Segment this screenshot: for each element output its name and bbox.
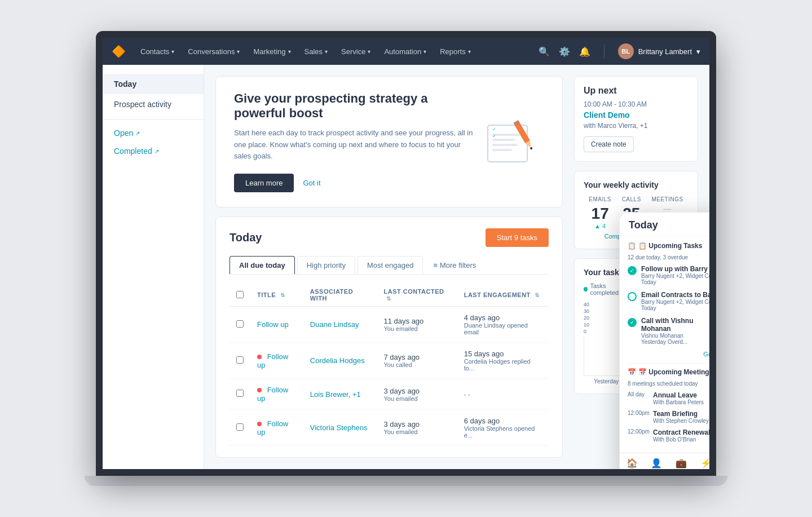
svg-rect-4 xyxy=(492,149,512,151)
title-sort-icon[interactable]: ⇅ xyxy=(280,292,285,298)
mobile-task-when-1: Today xyxy=(641,279,716,285)
mobile-nav-today[interactable]: 🏠 Today xyxy=(620,453,645,476)
nav-service[interactable]: Service xyxy=(336,44,376,59)
user-name: Brittany Lambert xyxy=(638,47,692,56)
search-icon[interactable]: 🔍 xyxy=(539,46,550,57)
contacts-icon: 👤 xyxy=(651,458,662,469)
mobile-task-name-2: Email Contracts to Barry xyxy=(641,291,716,299)
last-engagement-2: 15 days ago xyxy=(464,350,542,358)
tab-high-priority[interactable]: High priority xyxy=(297,256,355,274)
tab-all-due-today[interactable]: All due today xyxy=(230,256,295,274)
mobile-tasks-header: 📋 📋 Upcoming Tasks xyxy=(628,242,716,250)
mobile-app-overlay: Today + 🔍 📋 📋 Upcoming Tasks 12 due toda… xyxy=(619,212,716,476)
svg-rect-1 xyxy=(492,134,520,136)
contact-2[interactable]: Cordelia Hodges xyxy=(310,356,365,365)
priority-dot-4 xyxy=(257,422,262,426)
home-icon: 🏠 xyxy=(626,458,638,469)
nav-marketing[interactable]: Marketing xyxy=(248,44,296,59)
external-link-icon-2: ↗ xyxy=(155,148,159,154)
table-row: Follow up Cordelia Hodges 7 days ago You… xyxy=(230,343,549,379)
task-title-4[interactable]: Follow up xyxy=(257,419,288,436)
nav-automation[interactable]: Automation xyxy=(378,44,432,59)
nav-sales[interactable]: Sales xyxy=(299,44,334,59)
mobile-task-sub-2: Barry Nugent +2, Widget Co. xyxy=(641,299,716,305)
last-engagement-1: 4 days ago xyxy=(464,313,542,322)
task-check-2[interactable] xyxy=(628,292,637,301)
create-note-button[interactable]: Create note xyxy=(584,136,634,152)
user-menu[interactable]: BL Brittany Lambert ▾ xyxy=(618,43,700,59)
sidebar-link-open[interactable]: Open ↗ xyxy=(103,124,204,142)
tab-most-engaged[interactable]: Most engaged xyxy=(358,256,423,274)
table-row: Follow up Duane Lindsay 11 days ago You … xyxy=(230,307,549,343)
external-link-icon: ↗ xyxy=(135,130,140,136)
contact-4[interactable]: Victoria Stephens xyxy=(310,423,368,432)
upnext-card: Up next 10:00 AM - 10:30 AM Client Demo … xyxy=(574,76,698,162)
contact-3[interactable]: Lois Brewer, +1 xyxy=(310,390,361,399)
settings-icon[interactable]: ⚙️ xyxy=(559,46,570,57)
start-tasks-button[interactable]: Start 9 tasks xyxy=(486,228,549,247)
row-2-checkbox[interactable] xyxy=(236,356,244,364)
mobile-task-sub-3: Vishnu Mohanan xyxy=(641,333,716,339)
row-4-checkbox[interactable] xyxy=(236,423,244,431)
nav-conversations[interactable]: Conversations xyxy=(182,44,245,59)
mobile-nav-deals[interactable]: 💼 Deals xyxy=(669,453,694,476)
table-row: Follow up Lois Brewer, +1 3 days ago You… xyxy=(230,379,549,410)
task-check-1[interactable]: ✓ xyxy=(628,266,637,275)
col-last-engagement: LAST ENGAGEMENT ⇅ xyxy=(457,284,549,307)
task-title-1[interactable]: Follow up xyxy=(257,320,289,329)
upnext-title: Up next xyxy=(584,86,689,96)
task-check-3[interactable]: ✓ xyxy=(628,318,637,327)
mobile-meetings-header: 📅 📅 Upcoming Meetings xyxy=(628,368,716,376)
contact-1[interactable]: Duane Lindsay xyxy=(310,320,359,329)
mobile-task-item: ✓ Call with Vishnu Mohanan Vishnu Mohana… xyxy=(628,317,716,345)
avatar: BL xyxy=(618,43,634,59)
mobile-task-name-1: Follow up with Barry xyxy=(641,265,716,273)
learn-more-button[interactable]: Learn more xyxy=(234,174,294,192)
last-contacted-1: 11 days ago xyxy=(384,317,451,325)
meeting-time-3: 12:00pm xyxy=(628,428,653,435)
nav-contacts[interactable]: Contacts xyxy=(135,44,180,59)
task-title-2[interactable]: Follow up xyxy=(257,352,288,369)
today-card: Today Start 9 tasks All due today High p… xyxy=(215,216,563,458)
mobile-task-item: ✓ Follow up with Barry Barry Nugent +2, … xyxy=(628,265,716,285)
mobile-title: Today xyxy=(629,219,658,231)
mobile-task-when-3: Yesterday Overd... xyxy=(641,339,716,345)
tab-more-filters[interactable]: ≡ More filters xyxy=(425,256,484,274)
svg-rect-2 xyxy=(492,139,515,141)
upnext-event[interactable]: Client Demo xyxy=(584,111,689,120)
hubspot-logo[interactable]: 🔶 xyxy=(112,45,126,58)
upnext-time: 10:00 AM - 10:30 AM xyxy=(584,100,689,108)
sidebar-link-completed[interactable]: Completed ↗ xyxy=(103,142,204,160)
select-all-checkbox[interactable] xyxy=(236,291,244,298)
meeting-name-2: Team Briefing xyxy=(653,410,716,418)
last-contacted-sub-2: You called xyxy=(384,361,451,368)
nav-reports[interactable]: Reports xyxy=(434,44,476,59)
row-1-checkbox[interactable] xyxy=(236,320,244,328)
hero-title: Give your prospecting strategy a powerfu… xyxy=(234,91,476,121)
last-engagement-sub-1: Duane Lindsay opened email xyxy=(464,322,542,335)
last-contacted-4: 3 days ago xyxy=(384,420,451,428)
task-title-3[interactable]: Follow up xyxy=(257,386,288,403)
meeting-time-2: 12:00pm xyxy=(628,410,653,416)
last-engagement-sub-4: Victoria Stephens opened e... xyxy=(464,425,542,439)
meeting-with-3: With Bob O'Brian xyxy=(653,436,716,443)
mobile-add-icon[interactable]: + xyxy=(712,220,716,231)
mobile-nav-contacts[interactable]: 👤 Contacts xyxy=(645,453,669,476)
got-it-button[interactable]: Got it xyxy=(303,179,320,187)
row-3-checkbox[interactable] xyxy=(236,390,244,397)
notifications-icon[interactable]: 🔔 xyxy=(579,46,590,57)
go-to-tasks-link[interactable]: Go to tasks xyxy=(628,351,716,357)
col-title: TITLE ⇅ xyxy=(250,284,303,307)
svg-rect-3 xyxy=(492,144,518,146)
mobile-nav-activity[interactable]: ⚡ Activity xyxy=(694,453,716,476)
contacted-sort-icon[interactable]: ⇅ xyxy=(386,295,391,302)
mobile-tasks-subtitle: 12 due today, 3 overdue xyxy=(628,254,716,260)
activity-icon: ⚡ xyxy=(700,458,712,469)
filter-tabs: All due today High priority Most engaged… xyxy=(230,256,549,275)
sidebar-item-today[interactable]: Today xyxy=(103,74,204,94)
sidebar-item-prospect-activity[interactable]: Prospect activity xyxy=(103,94,204,114)
col-associated: ASSOCIATED WITH xyxy=(303,284,377,307)
priority-dot-2 xyxy=(257,355,262,359)
engagement-sort-icon[interactable]: ⇅ xyxy=(535,292,540,298)
sidebar: Today Prospect activity Open ↗ Completed… xyxy=(103,65,204,469)
